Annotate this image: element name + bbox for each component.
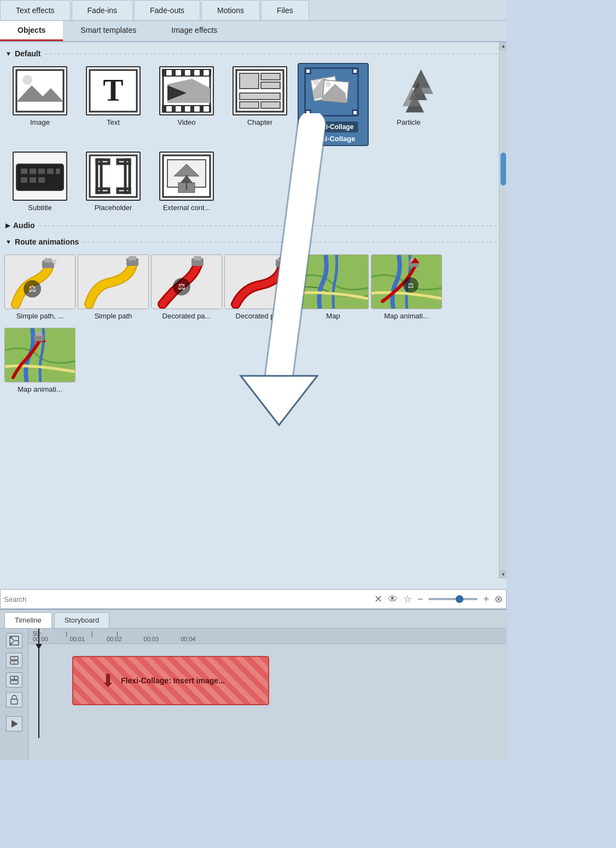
svg-text:⚖: ⚖: [28, 284, 36, 293]
svg-rect-106: [10, 681, 18, 684]
item-decorated-pa2[interactable]: Decorated pa...: [224, 251, 295, 322]
route-section-header[interactable]: ▼ Route animations: [4, 235, 502, 249]
eye-icon[interactable]: 👁: [388, 594, 398, 605]
search-input[interactable]: [4, 595, 371, 603]
scrollbar-thumb[interactable]: [501, 153, 506, 185]
tab-fade-ins[interactable]: Fade-ins: [72, 0, 133, 20]
external-cont-label: External cont...: [163, 204, 211, 212]
subtitle-icon: [15, 154, 65, 198]
svg-rect-16: [194, 106, 200, 112]
item-placeholder[interactable]: Placeholder: [78, 148, 149, 214]
placeholder-icon-box: [86, 152, 141, 201]
audio-section-header[interactable]: ▶ Audio: [4, 218, 502, 233]
svg-marker-108: [11, 720, 18, 728]
tab-fade-outs[interactable]: Fade-outs: [134, 0, 200, 20]
cut-tool-icon: [9, 636, 19, 646]
svg-rect-14: [176, 106, 181, 112]
map-animati1-box: ⚖: [371, 254, 442, 309]
tab-files[interactable]: Files: [261, 0, 309, 20]
clear-search-icon[interactable]: ✕: [374, 593, 382, 605]
video-icon: [162, 69, 211, 113]
playhead[interactable]: [38, 629, 39, 738]
tab-image-effects[interactable]: Image effects: [154, 21, 235, 41]
zoom-plus-icon[interactable]: +: [483, 594, 489, 605]
svg-text:T: T: [103, 73, 123, 107]
scroll-up-arrow[interactable]: ▲: [499, 42, 507, 50]
settings-icon[interactable]: ⊗: [495, 593, 503, 605]
tool-icon-2[interactable]: [6, 653, 22, 668]
svg-point-99: [10, 643, 12, 645]
tool-icon-play[interactable]: [6, 716, 22, 731]
tab-objects[interactable]: Objects: [0, 21, 63, 41]
external-cont-icon-box: [159, 152, 214, 201]
item-simple-path[interactable]: Simple path: [78, 251, 149, 322]
audio-section-title: Audio: [13, 221, 35, 230]
svg-rect-25: [240, 93, 280, 100]
clip-insert-arrow: ⬇: [101, 670, 115, 691]
flexi-corner-br: [352, 109, 358, 116]
map-label: Map: [326, 312, 340, 320]
item-text[interactable]: T Text: [78, 63, 149, 146]
external-cont-icon: [162, 154, 211, 198]
item-particle[interactable]: Particle: [373, 63, 444, 146]
top-tab-bar: Text effects Fade-ins Fade-outs Motions …: [0, 0, 507, 21]
svg-rect-15: [185, 106, 190, 112]
svg-rect-13: [166, 106, 172, 112]
simple-path-svg: [78, 255, 149, 309]
svg-rect-46: [30, 177, 36, 183]
item-chapter[interactable]: Chapter: [224, 63, 295, 146]
item-video[interactable]: Video: [151, 63, 222, 146]
tool-icon-4[interactable]: [6, 692, 22, 707]
item-simple-path-icon[interactable]: ⚖ Simple path, ...: [4, 251, 75, 322]
zoom-minus-icon[interactable]: −: [417, 594, 423, 605]
default-section-arrow: ▼: [5, 50, 11, 57]
item-map-animati2[interactable]: Map animati...: [4, 324, 75, 396]
svg-rect-27: [261, 102, 280, 108]
svg-point-98: [10, 636, 12, 638]
tab-storyboard[interactable]: Storyboard: [54, 612, 110, 628]
video-label: Video: [177, 118, 195, 126]
chapter-icon: [235, 69, 284, 113]
ungroup-tool-icon: [9, 675, 19, 685]
item-flexi-collage[interactable]: Flexi-Collage Flexi-Collage: [298, 63, 369, 146]
flexi-collage-clip[interactable]: ⬇ Flexi-Collage: Insert image...: [72, 656, 269, 705]
svg-rect-7: [166, 70, 172, 75]
item-subtitle[interactable]: Subtitle: [4, 148, 75, 214]
tool-icon-3[interactable]: [6, 672, 22, 688]
item-map[interactable]: Map: [298, 251, 369, 322]
decorated-pa1-label: Decorated pa...: [162, 312, 211, 320]
flexi-collage-selected-label: Flexi-Collage: [309, 121, 358, 132]
tool-icon-1[interactable]: [6, 633, 22, 648]
star-icon[interactable]: ☆: [403, 593, 412, 605]
map-animati1-label: Map animati...: [384, 312, 429, 320]
ruler-timecodes: 50↑ | | |: [33, 631, 118, 637]
item-external-cont[interactable]: External cont...: [151, 148, 222, 214]
image-icon: [15, 69, 65, 113]
image-icon-box: [13, 66, 67, 115]
timeline-content: 00:00 00:01 00:02 00:03 00:04 50↑ | | | …: [0, 629, 507, 760]
particle-icon: [384, 66, 433, 115]
slider-thumb[interactable]: [456, 595, 463, 603]
item-image[interactable]: Image: [4, 63, 75, 146]
tab-text-effects[interactable]: Text effects: [0, 0, 71, 20]
svg-rect-24: [261, 82, 280, 89]
particle-icon-box: [381, 66, 436, 115]
scrollbar[interactable]: ▲ ▼: [499, 42, 507, 578]
default-section-header[interactable]: ▼ Default: [4, 47, 502, 61]
timeline-ruler-area: 00:00 00:01 00:02 00:03 00:04 50↑ | | | …: [28, 629, 507, 760]
tab-timeline[interactable]: Timeline: [4, 612, 52, 628]
scroll-down-arrow[interactable]: ▼: [499, 571, 507, 578]
simple-path-icon-label: Simple path, ...: [16, 312, 64, 320]
svg-rect-44: [56, 169, 60, 174]
item-map-animati1[interactable]: ⚖ Map animati...: [371, 251, 442, 322]
timeline-section: Timeline Storyboard: [0, 609, 507, 760]
zoom-slider[interactable]: [428, 598, 478, 600]
image-label: Image: [30, 118, 50, 126]
item-decorated-pa1[interactable]: ⚖ Decorated pa...: [151, 251, 222, 322]
flexi-corner-bl: [305, 109, 311, 116]
video-icon-box: [159, 66, 214, 115]
svg-rect-43: [47, 169, 54, 174]
tab-motions[interactable]: Motions: [201, 0, 260, 20]
audio-section-arrow: ▶: [5, 222, 10, 229]
tab-smart-templates[interactable]: Smart templates: [63, 21, 154, 41]
